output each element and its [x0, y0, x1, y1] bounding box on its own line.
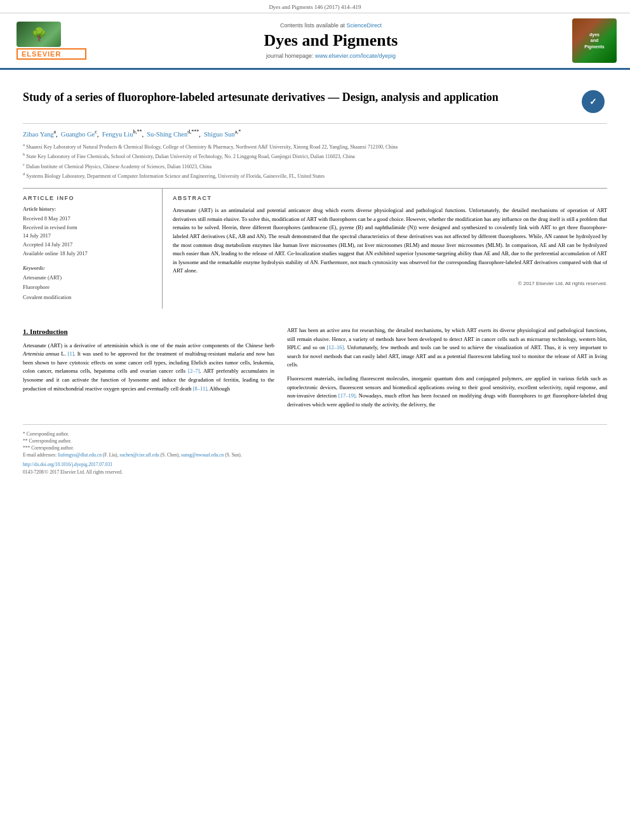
author-ge[interactable]: Guangbo Ge: [61, 131, 95, 138]
received-revised-date: 14 July 2017: [23, 232, 152, 241]
footnote-star1: * Corresponding author.: [23, 431, 607, 437]
author-yang[interactable]: Zihao Yang: [23, 131, 53, 138]
email2-link[interactable]: suchen@cise.ufl.edu: [119, 452, 159, 458]
section1-title: 1. Introduction: [23, 326, 274, 338]
paragraph-3: Fluorescent materials, including fluores…: [287, 375, 607, 409]
ref-12-16[interactable]: [12–16]: [327, 344, 344, 350]
author-chen[interactable]: Su-Shing Chen: [147, 131, 187, 138]
article-title: Study of a series of fluorophore-labeled…: [23, 90, 499, 105]
author-liu[interactable]: Fengyu Liu: [102, 131, 133, 138]
ref-8-11[interactable]: [8–11]: [193, 385, 207, 392]
homepage-link[interactable]: www.elsevier.com/locate/dyepig: [315, 53, 396, 59]
article-title-section: Study of a series of fluorophore-labeled…: [23, 80, 607, 124]
keyword-2: Fluorophore: [23, 283, 152, 292]
right-column: ART has been an active area for research…: [287, 326, 607, 414]
affiliation-d: d Systems Biology Laboratory, Department…: [23, 171, 607, 180]
paragraph-1: Artesunate (ART) is a derivative of arte…: [23, 342, 274, 394]
contents-text: Contents lists available at: [280, 22, 347, 29]
affiliation-c: c Dalian Institute of Chemical Physics, …: [23, 161, 607, 171]
received-date: Received 8 May 2017: [23, 215, 152, 223]
journal-title-main: Dyes and Pigments: [264, 31, 398, 50]
doi-bar: Dyes and Pigments 146 (2017) 414–419: [0, 0, 630, 13]
keywords-label: Keywords:: [23, 265, 152, 271]
elsevier-label: ELSEVIER: [17, 48, 86, 60]
affiliations: a Shaanxi Key Laboratory of Natural Prod…: [23, 142, 607, 181]
ref-2-7[interactable]: [2–7]: [188, 368, 199, 374]
article-footer: * Corresponding author. ** Corresponding…: [23, 424, 607, 475]
abstract-heading: ABSTRACT: [173, 195, 607, 201]
article-info-heading: ARTICLE INFO: [23, 195, 152, 201]
keywords-section: Keywords: Artesunate (ART) Fluorophore C…: [23, 265, 152, 302]
received-revised-label: Received in revised form: [23, 223, 152, 232]
ref-1[interactable]: [1]: [68, 350, 74, 357]
journal-center: Contents lists available at ScienceDirec…: [100, 18, 561, 63]
crossmark-badge[interactable]: ✓: [582, 90, 607, 116]
footnote-star3: *** Corresponding author.: [23, 445, 607, 451]
journal-homepage: journal homepage: www.elsevier.com/locat…: [266, 53, 396, 59]
ref-17-19[interactable]: [17–19]: [338, 392, 356, 399]
homepage-text: journal homepage:: [266, 53, 315, 59]
journal-logo-right: dyesandPigments: [569, 18, 620, 63]
article-info-col: ARTICLE INFO Article history: Received 8…: [23, 189, 163, 309]
keyword-3: Covalent modification: [23, 293, 152, 302]
article-sections: 1. Introduction Artesunate (ART) is a de…: [23, 319, 607, 414]
main-content: Study of a series of fluorophore-labeled…: [0, 70, 630, 488]
abstract-col: ABSTRACT Artesunate (ART) is an antimala…: [163, 189, 607, 309]
author-sun[interactable]: Shiguo Sun: [204, 131, 235, 138]
article-history-label: Article history:: [23, 206, 152, 212]
abstract-text: Artesunate (ART) is an antimalarial and …: [173, 206, 607, 276]
authors-line: Zihao Yanga, Guangbo Gec, Fengyu Liub,**…: [23, 129, 607, 138]
email1-name: (F. Liu),: [103, 452, 119, 458]
footnote-emails: E-mail addresses: liufengyu@dlut.edu.cn …: [23, 452, 607, 458]
footer-copyright: 0143-7208/© 2017 Elsevier Ltd. All right…: [23, 469, 607, 475]
email3-link[interactable]: sunsg@nwsuaf.edu.cn: [181, 452, 224, 458]
article-body-grid: ARTICLE INFO Article history: Received 8…: [23, 188, 607, 309]
journal-badge: dyesandPigments: [572, 18, 617, 63]
email1-link[interactable]: liufengyu@dlut.edu.cn: [58, 452, 102, 458]
contents-line: Contents lists available at ScienceDirec…: [280, 22, 382, 29]
doi-text: Dyes and Pigments 146 (2017) 414–419: [269, 4, 361, 10]
crossmark-icon[interactable]: ✓: [582, 90, 605, 113]
tree-image: 🌳: [17, 22, 61, 47]
left-column: 1. Introduction Artesunate (ART) is a de…: [23, 326, 274, 414]
badge-text: dyesandPigments: [584, 32, 605, 49]
affiliation-b: b State Key Laboratory of Fine Chemicals…: [23, 151, 607, 161]
keyword-1: Artesunate (ART): [23, 273, 152, 283]
footnote-star2: ** Corresponding author.: [23, 438, 607, 444]
journal-logo-left: 🌳 ELSEVIER: [10, 18, 93, 63]
paragraph-2: ART has been an active area for research…: [287, 326, 607, 370]
journal-header: 🌳 ELSEVIER Contents lists available at S…: [0, 13, 630, 70]
email-label: E-mail addresses:: [23, 452, 57, 458]
affiliation-a: a Shaanxi Key Laboratory of Natural Prod…: [23, 142, 607, 151]
email3-name: (S. Sun).: [225, 452, 241, 458]
doi-footer-link[interactable]: http://dx.doi.org/10.1016/j.dyepig.2017.…: [23, 462, 607, 467]
email2-name: (S. Chen),: [161, 452, 180, 458]
sciencedirect-link[interactable]: ScienceDirect: [347, 22, 382, 29]
available-date: Available online 18 July 2017: [23, 250, 152, 258]
elsevier-logo: 🌳 ELSEVIER: [17, 22, 86, 60]
copyright-line: © 2017 Elsevier Ltd. All rights reserved…: [173, 281, 607, 286]
accepted-date: Accepted 14 July 2017: [23, 241, 152, 250]
